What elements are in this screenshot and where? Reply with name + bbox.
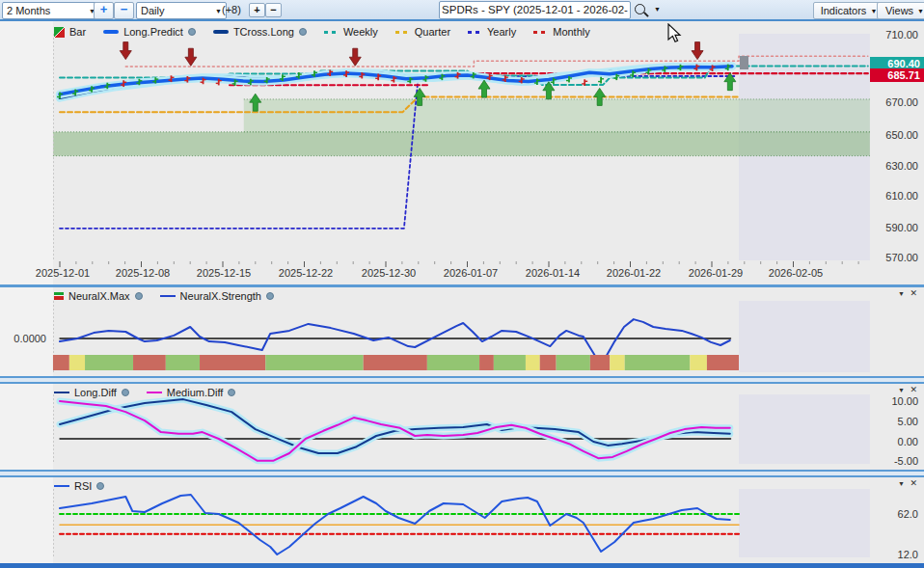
series-swatch-icon xyxy=(54,392,69,394)
series-swatch-icon xyxy=(395,31,410,34)
toolbar: 2 Months ▼ + − Daily ▼ (+8) + − SPDRs - … xyxy=(0,0,924,21)
x-axis-date: 2026-01-22 xyxy=(593,267,674,279)
panel-collapse-icon[interactable]: ▼ xyxy=(898,386,905,395)
legend-item-tcross-long[interactable]: TCross.Long xyxy=(213,26,307,38)
x-axis-date: 2025-12-08 xyxy=(102,267,183,279)
sell-arrow-icon xyxy=(692,42,703,60)
x-axis-date: 2025-12-01 xyxy=(22,267,103,279)
y-axis-label: 570.00 xyxy=(868,252,918,263)
panel-collapse-icon[interactable]: ▼ xyxy=(898,479,905,489)
legend-item-weekly[interactable]: Weekly xyxy=(324,26,378,38)
remove-bars-button[interactable]: − xyxy=(265,3,282,17)
series-swatch-icon xyxy=(324,31,339,34)
y-axis-label: 5.00 xyxy=(868,416,918,427)
legend-item-medium-diff[interactable]: Medium.Diff xyxy=(147,387,235,398)
series-swatch-icon xyxy=(533,31,548,34)
legend-label: Bar xyxy=(69,26,86,38)
indicators-button-label: Indicators xyxy=(821,5,867,16)
legend-label: TCross.Long xyxy=(233,26,294,38)
sell-arrow-icon xyxy=(120,42,131,60)
scrollbar-handle[interactable] xyxy=(740,56,748,69)
y-axis-label: 0.00 xyxy=(868,436,918,447)
x-axis-date: 2025-12-30 xyxy=(348,267,429,279)
bottom-bar xyxy=(0,563,924,568)
indicators-button[interactable]: Indicators ▼ xyxy=(813,2,884,19)
bars-offset-label: (+8) xyxy=(222,4,241,15)
info-dot-icon[interactable] xyxy=(188,28,196,36)
rsi-panel: RSI 62.0 12.0 ▼ ✕ xyxy=(0,477,924,563)
legend-item-rsi[interactable]: RSI xyxy=(54,480,104,492)
panel-collapse-icon[interactable]: ▼ xyxy=(898,289,905,299)
y-axis-label: 610.00 xyxy=(868,190,918,202)
legend-label: NeuralX.Max xyxy=(68,290,130,302)
y-axis-label: 670.00 xyxy=(868,96,918,108)
y-axis-label: 630.00 xyxy=(868,160,918,172)
legend-label: Quarter xyxy=(415,26,450,38)
panel-close-icon[interactable]: ✕ xyxy=(910,478,917,488)
x-axis-date: 2025-12-15 xyxy=(183,267,264,279)
legend-item-neuralx-strength[interactable]: NeuralX.Strength xyxy=(160,290,274,302)
diff-panel: Long.DiffMedium.Diff 10.00 5.00 0.00 -5.… xyxy=(0,384,924,470)
series-swatch-icon xyxy=(54,485,69,488)
x-axis-date: 2026-01-14 xyxy=(512,267,593,279)
info-dot-icon[interactable] xyxy=(299,28,307,36)
legend-item-bar[interactable]: Bar xyxy=(54,26,86,38)
legend-item-long-predict[interactable]: Long.Predict xyxy=(103,26,196,38)
chart-title[interactable]: SPDRs - SPY (2025-12-01 - 2026-02-11) xyxy=(439,1,631,19)
neural-panel: NeuralX.MaxNeuralX.Strength 0.0000 ▼ ✕ xyxy=(0,287,924,376)
legend-label: NeuralX.Strength xyxy=(180,290,261,302)
add-bars-button[interactable]: + xyxy=(249,3,265,17)
panel-separator xyxy=(0,376,924,384)
legend-label: Yearly xyxy=(487,26,516,38)
series-swatch-icon xyxy=(160,295,176,298)
legend-label: Long.Predict xyxy=(123,26,183,38)
series-swatch-icon xyxy=(147,392,162,394)
period-select[interactable]: Daily ▼ xyxy=(136,2,227,19)
x-axis-date: 2026-02-05 xyxy=(755,267,836,279)
info-dot-icon[interactable] xyxy=(96,482,104,490)
panel-close-icon[interactable]: ✕ xyxy=(910,288,917,298)
search-icon[interactable] xyxy=(635,4,645,16)
y-axis-label: 710.00 xyxy=(868,29,918,41)
chevron-down-icon: ▼ xyxy=(215,8,222,14)
mouse-cursor xyxy=(667,23,683,44)
y-axis-label: 62.0 xyxy=(868,508,918,520)
y-axis-label: 10.00 xyxy=(868,395,918,407)
legend-price: BarLong.PredictTCross.LongWeeklyQuarterY… xyxy=(54,26,590,38)
sell-arrow-icon xyxy=(185,48,197,66)
range-select[interactable]: 2 Months ▼ xyxy=(2,2,100,19)
info-dot-icon[interactable] xyxy=(135,292,143,300)
y-axis-label: -5.00 xyxy=(868,455,918,467)
sell-arrow-icon xyxy=(349,48,361,66)
search-caret-icon[interactable]: ▼ xyxy=(654,6,661,13)
y-axis-label: 12.0 xyxy=(868,549,918,560)
legend-label: Medium.Diff xyxy=(167,387,223,398)
x-axis-date: 2025-12-22 xyxy=(265,267,346,279)
legend-label: RSI xyxy=(74,480,92,492)
legend-diff: Long.DiffMedium.Diff xyxy=(54,387,235,398)
views-button[interactable]: Views ▼ xyxy=(877,2,924,19)
zoom-out-button[interactable]: − xyxy=(114,2,134,19)
zoom-in-button[interactable]: + xyxy=(94,2,114,19)
legend-label: Weekly xyxy=(343,26,378,38)
range-select-value: 2 Months xyxy=(7,5,50,16)
info-dot-icon[interactable] xyxy=(122,389,129,396)
panel-close-icon[interactable]: ✕ xyxy=(910,385,917,394)
x-axis-date: 2026-01-07 xyxy=(430,267,511,279)
legend-item-long-diff[interactable]: Long.Diff xyxy=(54,387,129,398)
series-swatch-icon xyxy=(468,31,482,34)
legend-item-neuralx-max[interactable]: NeuralX.Max xyxy=(54,290,143,302)
info-dot-icon[interactable] xyxy=(228,389,235,396)
price-tag-monthly: 685.71 xyxy=(870,68,924,82)
legend-item-yearly[interactable]: Yearly xyxy=(468,26,516,38)
rsi-chart-canvas[interactable] xyxy=(0,477,924,563)
legend-item-quarter[interactable]: Quarter xyxy=(395,26,450,38)
panel-separator xyxy=(0,470,924,477)
views-button-label: Views xyxy=(885,5,913,16)
legend-label: Monthly xyxy=(553,26,590,38)
buy-arrow-icon xyxy=(478,80,490,97)
info-dot-icon[interactable] xyxy=(266,292,274,300)
legend-item-monthly[interactable]: Monthly xyxy=(533,26,590,38)
legend-rsi: RSI xyxy=(54,480,104,492)
price-chart-canvas[interactable] xyxy=(0,21,924,284)
